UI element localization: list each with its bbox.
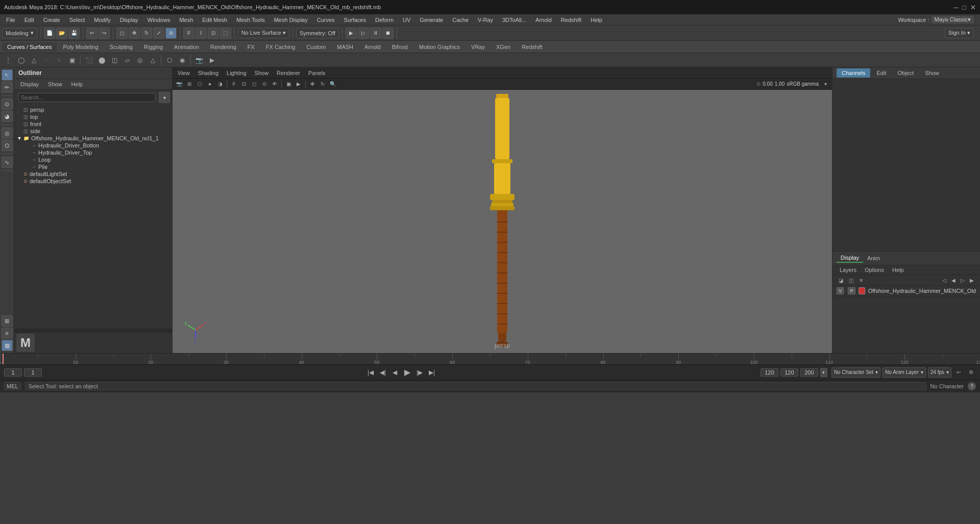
settings-button[interactable]: ⚙: [966, 367, 976, 378]
poly-torus-button[interactable]: ◎: [134, 54, 146, 66]
paint-select-left[interactable]: ◕: [2, 111, 13, 122]
vp-wireframe-icon[interactable]: ⬡: [195, 80, 204, 89]
tree-item-loop[interactable]: → Loop: [14, 156, 172, 163]
close-button[interactable]: ✕: [970, 4, 976, 11]
tab-xgen[interactable]: XGen: [491, 42, 516, 52]
playhead[interactable]: [3, 354, 4, 364]
vp-isolate-icon[interactable]: ⊙: [260, 80, 269, 89]
vp-exposure-value[interactable]: 0.00: [763, 81, 772, 87]
vp-camera-icon[interactable]: 📷: [175, 80, 184, 89]
outliner-search-options[interactable]: ▾: [159, 92, 170, 103]
menu-edit[interactable]: Edit: [20, 16, 38, 24]
menu-select[interactable]: Select: [65, 16, 89, 24]
new-file-button[interactable]: 📄: [44, 28, 55, 39]
outliner-search-input[interactable]: [18, 93, 156, 102]
tree-item-front[interactable]: ◫ front: [14, 120, 172, 128]
viewport-menu-lighting[interactable]: Lighting: [224, 69, 250, 77]
select-vertex-button[interactable]: ·: [40, 54, 53, 66]
menu-modify[interactable]: Modify: [90, 16, 114, 24]
tree-item-driver-top[interactable]: → Hydraulic_Driver_Top: [14, 149, 172, 156]
menu-surfaces[interactable]: Surfaces: [340, 16, 370, 24]
menu-vray[interactable]: V-Ray: [474, 16, 497, 24]
menu-curves[interactable]: Curves: [313, 16, 339, 24]
menu-create[interactable]: Create: [39, 16, 64, 24]
vp-colorspace[interactable]: sRGB gamma: [787, 81, 819, 87]
tab-mash[interactable]: MASH: [332, 42, 358, 52]
soft-select-left[interactable]: ◎: [2, 128, 13, 139]
timeline-ruler[interactable]: 1102030405060708090100110120130: [0, 354, 980, 364]
tree-item-driver-botton[interactable]: → Hydraulic_Driver_Botton: [14, 142, 172, 149]
current-frame-input[interactable]: [4, 368, 22, 377]
play-back-button[interactable]: ◀: [390, 367, 400, 378]
vp-gamma-value[interactable]: 1.00: [775, 81, 785, 87]
go-to-start-button[interactable]: |◀: [365, 367, 376, 378]
no-anim-layer-dropdown[interactable]: No Anim Layer ▾: [883, 367, 926, 378]
select-tool-button[interactable]: ◻: [116, 28, 128, 39]
select-face-button[interactable]: ▣: [66, 54, 78, 66]
snap-surface-button[interactable]: ⬚: [220, 28, 231, 39]
vp-smooth-icon[interactable]: ●: [205, 80, 214, 89]
workspace-selector[interactable]: Workspace : Maya Classic▾: [898, 16, 978, 23]
menu-windows[interactable]: Windows: [143, 16, 175, 24]
select-edge-button[interactable]: ⟍: [53, 54, 65, 66]
tab-poly-modeling[interactable]: Poly Modeling: [58, 42, 103, 52]
ipr-render-button[interactable]: ▷: [358, 28, 369, 39]
range-start-right-input[interactable]: [780, 368, 798, 377]
tree-item-top[interactable]: ◫ top: [14, 113, 172, 120]
tab-bifrost[interactable]: Bifrost: [387, 42, 413, 52]
select-by-hierarchy-button[interactable]: ⋮: [2, 54, 14, 66]
menu-deform[interactable]: Deform: [371, 16, 398, 24]
redo-button[interactable]: ↪: [99, 28, 110, 39]
tree-item-pile[interactable]: → Pile: [14, 163, 172, 170]
tab-fx[interactable]: FX: [242, 42, 260, 52]
paint-tool-left[interactable]: ✏: [2, 82, 13, 93]
open-file-button[interactable]: 📂: [56, 28, 67, 39]
range-options-button[interactable]: ▾: [820, 368, 827, 377]
help-menu[interactable]: Help: [889, 266, 907, 273]
outliner-help-menu[interactable]: Help: [67, 80, 87, 88]
menu-display[interactable]: Display: [116, 16, 142, 24]
snap-point-button[interactable]: ⊡: [208, 28, 219, 39]
tab-rigging[interactable]: Rigging: [139, 42, 168, 52]
wireframe-button[interactable]: ⬡: [163, 54, 176, 66]
script-mode-field[interactable]: MEL: [4, 382, 21, 390]
tab-curves-surfaces[interactable]: Curves / Surfaces: [2, 42, 57, 52]
layers-menu[interactable]: Layers: [837, 266, 860, 273]
menu-uv[interactable]: UV: [399, 16, 414, 24]
range-end-input[interactable]: [800, 368, 818, 377]
layer-fwd-button[interactable]: ▶: [968, 276, 976, 284]
playblast-button[interactable]: ▶: [206, 54, 218, 66]
layer-next-button[interactable]: ▷: [959, 276, 967, 284]
layer-prev-button[interactable]: ◁: [940, 276, 948, 284]
menu-mesh[interactable]: Mesh: [175, 16, 197, 24]
outliner-display-menu[interactable]: Display: [16, 80, 43, 88]
display-settings-left[interactable]: ⊞: [2, 315, 13, 327]
window-controls[interactable]: ─ □ ✕: [953, 4, 976, 11]
render-cam-button[interactable]: 📷: [193, 54, 205, 66]
vp-frame-all-icon[interactable]: ⊞: [185, 80, 194, 89]
range-end-left-input[interactable]: [761, 368, 778, 377]
tab-custom[interactable]: Custom: [301, 42, 331, 52]
menu-3dtoall[interactable]: 3DToAll...: [498, 16, 530, 24]
new-layer-button[interactable]: ◪: [837, 276, 845, 284]
go-to-end-button[interactable]: ▶|: [427, 367, 437, 378]
menu-file[interactable]: File: [2, 16, 19, 24]
vp-visibility-icon[interactable]: 👁: [270, 80, 279, 89]
object-tab[interactable]: Object: [892, 68, 919, 78]
status-help-icon[interactable]: ?: [968, 382, 976, 390]
tab-sculpting[interactable]: Sculpting: [105, 42, 138, 52]
tab-animation[interactable]: Animation: [169, 42, 204, 52]
tree-item-lightset[interactable]: ⊙ defaultLightSet: [14, 170, 172, 178]
menu-generate[interactable]: Generate: [415, 16, 447, 24]
outliner-toggle-left[interactable]: ▦: [2, 340, 13, 351]
tab-rendering[interactable]: Rendering: [205, 42, 241, 52]
tab-redshift[interactable]: Redshift: [517, 42, 547, 52]
vp-render-play-icon[interactable]: ▶: [294, 80, 303, 89]
menu-mesh-tools[interactable]: Mesh Tools: [232, 16, 268, 24]
select-by-object-button[interactable]: ◯: [15, 54, 27, 66]
anim-tab[interactable]: Anim: [863, 254, 884, 262]
play-forward-button[interactable]: ▶: [402, 367, 412, 378]
workspace-mode-dropdown[interactable]: Modeling ▾: [2, 28, 37, 38]
vp-zoom-icon[interactable]: 🔍: [328, 80, 337, 89]
vp-heads-up-icon[interactable]: ⊡: [239, 80, 249, 89]
